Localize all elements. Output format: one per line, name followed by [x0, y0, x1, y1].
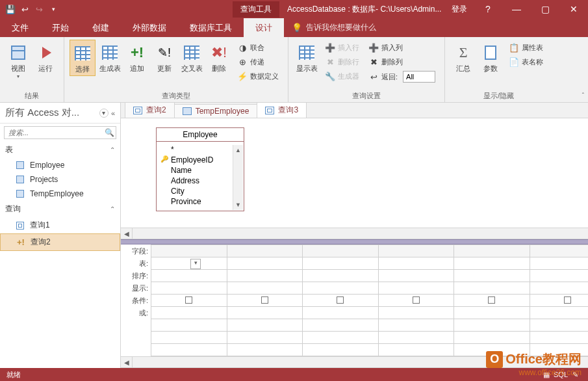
totals-button[interactable]: Σ汇总 [450, 40, 476, 75]
search-input[interactable] [5, 127, 103, 138]
select-query-button[interactable]: 选择 [70, 40, 96, 76]
nav-section-tables[interactable]: 表⌃ [0, 142, 120, 158]
tnames-label: 表名称 [522, 57, 543, 67]
append-query-icon: +! [16, 238, 25, 247]
field-star[interactable]: * [162, 144, 238, 155]
help-button[interactable]: ? [474, 0, 502, 18]
maximize-button[interactable]: ▢ [531, 0, 559, 18]
property-sheet-button[interactable]: 📋属性表 [507, 41, 544, 54]
insert-col-button[interactable]: ➕插入列 [367, 41, 437, 54]
dropdown-icon[interactable]: ▾ [190, 259, 201, 269]
delete-label: 删除 [212, 64, 226, 72]
tab-create[interactable]: 创建 [81, 18, 121, 37]
field-name[interactable]: Name [162, 165, 238, 176]
query-design-grid[interactable]: ▾ [151, 244, 588, 356]
doctab-query3[interactable]: 查询3 [257, 102, 307, 118]
nav-query-2[interactable]: +!查询2 [0, 233, 120, 251]
nav-title: 所有 Access 对... [5, 107, 99, 119]
undo-icon[interactable]: ↩ [19, 4, 30, 14]
view-datasheet-icon[interactable]: ▦ [540, 369, 553, 380]
splitter-bar[interactable] [121, 239, 588, 244]
nav-item-label: TempEmployee [30, 189, 84, 198]
grid-field-cell[interactable]: ▾ [151, 257, 227, 270]
make-table-button[interactable]: 生成表 [97, 40, 123, 75]
return-control[interactable]: ↩返回: [367, 70, 437, 84]
doctab-label: 查询2 [146, 105, 166, 116]
tab-dbtools[interactable]: 数据库工具 [178, 18, 244, 37]
fieldlist-scrollbar[interactable]: ▲▼ [233, 145, 243, 210]
nav-item-label: 查询2 [31, 237, 51, 248]
doctab-tempemployee[interactable]: TempEmployee [174, 104, 258, 118]
union-button[interactable]: ◑联合 [236, 41, 280, 54]
ddl-button[interactable]: ⚡数据定义 [236, 70, 280, 83]
field-address[interactable]: Address [162, 176, 238, 186]
scroll-left-icon[interactable]: ◀ [121, 228, 133, 239]
tab-external[interactable]: 外部数据 [121, 18, 178, 37]
return-select[interactable] [403, 71, 435, 83]
crosstab-button[interactable]: 交叉表 [179, 40, 205, 75]
pass-icon: ⊕ [237, 57, 248, 67]
nav-dropdown-icon[interactable]: ▾ [99, 109, 109, 118]
nav-search: 🔍 [4, 126, 116, 139]
view-button[interactable]: 视图▾ [5, 40, 31, 82]
scroll-left-icon[interactable]: ◀ [121, 357, 133, 367]
tell-me[interactable]: 💡告诉我你想要做什么 [284, 18, 384, 37]
tab-file[interactable]: 文件 [0, 18, 40, 37]
nav-item-label: Projects [30, 175, 58, 184]
field-employeeid[interactable]: EmployeeID [162, 155, 238, 165]
login-link[interactable]: 登录 [452, 4, 467, 15]
run-label: 运行 [38, 64, 53, 72]
row-label-table: 表: [121, 259, 151, 271]
view-design-icon[interactable]: ✎ [569, 369, 582, 380]
show-table-button[interactable]: 显示表 [294, 40, 320, 75]
field-city[interactable]: City [162, 186, 238, 196]
doctab-label: TempEmployee [196, 107, 249, 116]
insert-row-icon: ➕ [325, 42, 335, 53]
grid-show-checkbox[interactable] [151, 295, 227, 307]
params-button[interactable]: 参数 [478, 40, 504, 75]
tab-home[interactable]: 开始 [40, 18, 81, 37]
append-button[interactable]: +!追加 [124, 40, 150, 75]
table-fieldlist-employee[interactable]: Employee * EmployeeID Name Address City … [156, 127, 244, 211]
horizontal-scrollbar-upper[interactable]: ◀▶ [121, 228, 588, 239]
qat-dropdown-icon[interactable]: ▾ [48, 4, 58, 14]
builder-button: 🔧生成器 [324, 70, 361, 83]
update-button[interactable]: ✎!更新 [151, 40, 177, 75]
nav-section-queries[interactable]: 查询⌃ [0, 201, 120, 217]
minimize-button[interactable]: — [502, 0, 531, 18]
nav-table-projects[interactable]: Projects [0, 172, 120, 187]
save-icon[interactable]: 💾 [5, 4, 16, 14]
delete-row-button: ✖删除行 [324, 55, 361, 68]
insrow-label: 插入行 [338, 43, 359, 53]
tnames-icon: 📄 [509, 57, 519, 67]
collapse-ribbon-icon[interactable]: ˆ [582, 92, 584, 99]
search-icon[interactable]: 🔍 [103, 127, 116, 138]
delete-col-button[interactable]: ✖删除列 [367, 55, 437, 68]
view-sql-icon[interactable]: SQL [554, 369, 567, 380]
delete-query-button[interactable]: ✖!删除 [206, 40, 232, 75]
nav-collapse-icon[interactable]: « [111, 109, 115, 117]
redo-icon[interactable]: ↪ [34, 4, 44, 14]
status-text: 就绪 [6, 370, 21, 380]
passthrough-button[interactable]: ⊕传递 [236, 55, 280, 68]
union-label: 联合 [250, 43, 264, 53]
nav-table-employee[interactable]: Employee [0, 158, 120, 172]
run-button[interactable]: 运行 [32, 40, 58, 75]
nav-item-label: Employee [30, 161, 64, 170]
doctab-query2[interactable]: 查询2 [125, 102, 175, 118]
table-names-button[interactable]: 📄表名称 [507, 55, 544, 68]
horizontal-scrollbar-lower[interactable]: ◀▶ [121, 356, 588, 368]
scroll-down-icon[interactable]: ▼ [233, 200, 243, 210]
field-province[interactable]: Province [162, 196, 238, 207]
bulb-icon: 💡 [292, 23, 302, 33]
doctab-label: 查询3 [278, 105, 298, 116]
close-button[interactable]: ✕ [559, 0, 588, 18]
prop-label: 属性表 [522, 43, 543, 53]
nav-table-tempemployee[interactable]: TempEmployee [0, 187, 120, 201]
insert-row-button: ➕插入行 [324, 41, 361, 54]
query-design-upper: Employee * EmployeeID Name Address City … [121, 118, 588, 228]
scroll-up-icon[interactable]: ▲ [233, 145, 243, 155]
nav-query-1[interactable]: 查询1 [0, 217, 120, 233]
row-label-sort: 排序: [121, 271, 151, 283]
tab-design[interactable]: 设计 [244, 18, 284, 37]
